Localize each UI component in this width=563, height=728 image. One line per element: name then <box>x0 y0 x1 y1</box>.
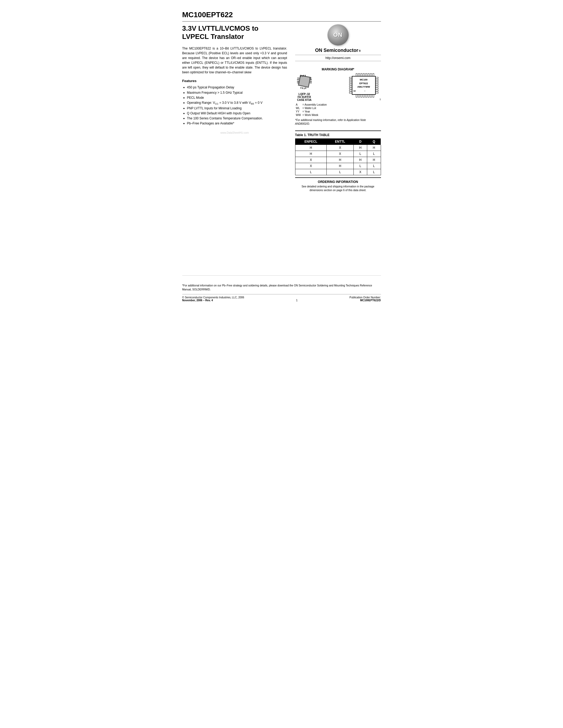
bottom-pins-row <box>356 95 374 97</box>
on-logo-text: ON <box>333 32 343 38</box>
ic-body: MC100 EPT622 AWLYYWW 32 ○ <box>352 76 376 95</box>
truth-table: ENPECL ENTTL D Q HXHHHXLLXHHHXHLLLLXL <box>295 138 381 175</box>
pin-stub-bottom <box>356 95 358 97</box>
marking-section: MARKING DIAGRAM* <box>295 68 381 126</box>
side-pin <box>349 92 352 93</box>
legend-table: A = Assembly Location WL = Wafer Lot YY … <box>295 103 328 117</box>
truth-table-cell: X <box>327 151 354 157</box>
truth-table-cell: L <box>354 151 367 157</box>
truth-table-cell: L <box>327 169 354 175</box>
side-pin <box>376 83 378 85</box>
diagram-labels: A = Assembly Location WL = Wafer Lot YY … <box>295 103 381 117</box>
truth-table-cell: L <box>367 151 381 157</box>
pin-stub <box>365 73 367 76</box>
brand-name: ON Semiconductor® <box>315 48 361 53</box>
legend-value: = Year <box>302 110 328 113</box>
description-text: The MC100EPT622 is a 10–Bit LVTTL/LVCMOS… <box>182 46 287 75</box>
marking-note: *For additional marking information, ref… <box>295 118 381 126</box>
marking-title: MARKING DIAGRAM* <box>295 68 381 71</box>
truth-table-cell: H <box>295 145 327 151</box>
legend-key: WL <box>295 106 302 110</box>
top-pins-row <box>356 73 374 76</box>
side-pin <box>376 77 378 79</box>
pin-stub <box>361 73 362 76</box>
legend-row: WW = Work Week <box>295 113 328 117</box>
svg-rect-1 <box>299 76 310 87</box>
truth-table-row: LLXL <box>295 169 381 175</box>
truth-table-cell: L <box>295 169 327 175</box>
right-pins <box>376 77 378 93</box>
pin-stub <box>370 73 372 76</box>
ic-line3: AWLYYWW <box>354 85 374 89</box>
truth-table-title: Table 1. TRUTH TABLE <box>295 133 381 137</box>
features-title: Features <box>182 79 287 83</box>
legend-value: = Work Week <box>302 113 328 117</box>
pin-stub-bottom <box>365 95 367 97</box>
pin-stub-bottom <box>370 95 372 97</box>
side-pin <box>349 79 352 81</box>
legend-value: = Wafer Lot <box>302 106 328 110</box>
truth-table-cell: H <box>367 145 381 151</box>
legend-value: = Assembly Location <box>302 103 328 106</box>
truth-table-cell: H <box>367 157 381 163</box>
ic-line2: EPT622 <box>354 82 374 86</box>
side-pin <box>349 81 352 83</box>
ordering-text: See detailed ordering and shipping infor… <box>295 185 381 192</box>
feature-item: Maximum Frequency > 1.5 GHz Typical <box>182 90 287 95</box>
bottom-right: Publication Order Number: MC100EPT622/D <box>350 296 381 302</box>
col-d: D <box>354 138 367 145</box>
truth-table-row: XHHH <box>295 157 381 163</box>
ic-side-pins: MC100 EPT622 AWLYYWW 32 ○ <box>349 76 381 95</box>
pin-stub <box>358 73 360 76</box>
feature-item: PECL Mode <box>182 95 287 100</box>
pin-stub-bottom <box>373 95 374 97</box>
subtitle: 3.3V LVTTL/LVCMOS to LVPECL Translator <box>182 24 287 41</box>
legend-row: WL = Wafer Lot <box>295 106 328 110</box>
truth-table-cell: H <box>295 151 327 157</box>
right-column: ON ON Semiconductor® http://onsemi.com M… <box>295 24 381 265</box>
package-label: LQFP–32 FA SUFFIX CASE 873A <box>297 93 311 101</box>
col-q: Q <box>367 138 381 145</box>
truth-table-section: Table 1. TRUTH TABLE ENPECL ENTTL D Q HX… <box>295 131 381 175</box>
part-number-title: MC100EPT622 <box>182 11 381 22</box>
watermark: www.DataSheetHU.com <box>182 131 287 134</box>
truth-table-cell: H <box>354 145 367 151</box>
side-pin <box>349 83 352 85</box>
page-wrapper: MC100EPT622 3.3V LVTTL/LVCMOS to LVPECL … <box>182 11 381 302</box>
revision-date: November, 2006 – Rev. 4 <box>182 299 213 302</box>
pin-stub <box>373 73 374 76</box>
truth-table-header-row: ENPECL ENTTL D Q <box>295 138 381 145</box>
ic-pin-labels: 32 ○ <box>354 89 374 93</box>
truth-table-cell: H <box>354 157 367 163</box>
ic-full-diagram: MC100 EPT622 AWLYYWW 32 ○ <box>349 73 381 101</box>
side-pin <box>376 79 378 81</box>
bottom-center: 1 <box>296 299 298 302</box>
feature-item: The 100 Series Contains Temperature Comp… <box>182 116 287 121</box>
bottom-bar: © Semiconductor Components Industries, L… <box>182 294 381 302</box>
copyright: © Semiconductor Components Industries, L… <box>182 296 244 299</box>
truth-table-cell: X <box>295 157 327 163</box>
feature-item: 450 ps Typical Propagation Delay <box>182 85 287 90</box>
truth-table-row: HXHH <box>295 145 381 151</box>
ordering-section: ORDERING INFORMATION See detailed orderi… <box>295 177 381 192</box>
ic-line1: MC100 <box>354 78 374 82</box>
col-enpecl: ENPECL <box>295 138 327 145</box>
pin1-label: 1 <box>349 98 381 101</box>
side-pin <box>349 90 352 91</box>
truth-table-row: HXLL <box>295 151 381 157</box>
feature-item: Pb–Free Packages are Available* <box>182 121 287 126</box>
feature-item: Q Output Will Default HIGH with Inputs O… <box>182 111 287 116</box>
legend-row: A = Assembly Location <box>295 103 328 106</box>
pin-stub-bottom <box>358 95 360 97</box>
bottom-left: © Semiconductor Components Industries, L… <box>182 296 244 302</box>
truth-table-cell: X <box>354 169 367 175</box>
legend-row: YY = Year <box>295 110 328 113</box>
truth-table-cell: X <box>327 145 354 151</box>
side-pin <box>376 86 378 87</box>
truth-table-cell: L <box>367 169 381 175</box>
pin-stub <box>356 73 358 76</box>
side-pin <box>376 90 378 91</box>
col-enttl: ENTTL <box>327 138 354 145</box>
ordering-title: ORDERING INFORMATION <box>295 180 381 184</box>
main-columns: 3.3V LVTTL/LVCMOS to LVPECL Translator T… <box>182 24 381 265</box>
